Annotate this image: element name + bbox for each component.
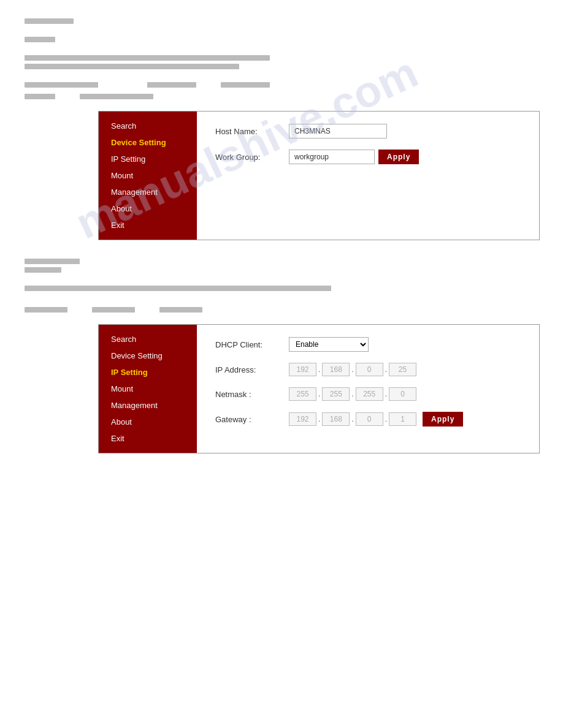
ip-address-fields: . . . [289, 363, 416, 376]
ip-octet-1[interactable] [289, 363, 316, 376]
text-line [159, 307, 202, 313]
gateway-apply-button[interactable]: Apply [423, 412, 463, 427]
dhcp-label: DHCP Client: [215, 340, 289, 349]
gateway-dot-1: . [318, 415, 320, 423]
text-line [92, 307, 135, 313]
netmask-label: Netmask : [215, 390, 289, 399]
netmask-octet-1[interactable] [289, 387, 316, 401]
panel2-content: DHCP Client: Enable Disable IP Address: … [197, 325, 539, 453]
ip-address-label: IP Address: [215, 365, 289, 374]
hostname-row: Host Name: [215, 124, 521, 138]
netmask-dot-3: . [385, 390, 387, 398]
text-line [25, 64, 239, 69]
sidebar-item-about[interactable]: About [99, 200, 197, 217]
sidebar-item-exit[interactable]: Exit [99, 217, 197, 233]
netmask-octet-4[interactable] [389, 387, 416, 401]
text-line [25, 259, 80, 264]
gateway-dot-3: . [385, 415, 387, 423]
netmask-fields: . . . [289, 387, 416, 401]
panel2-sidebar-item-mount[interactable]: Mount [99, 381, 197, 397]
gateway-fields: . . . [289, 412, 416, 426]
dhcp-row: DHCP Client: Enable Disable [215, 337, 521, 352]
text-line [25, 267, 61, 273]
page-content: Search Device Setting IP Setting Mount M… [0, 0, 563, 490]
workgroup-apply-button[interactable]: Apply [378, 150, 419, 164]
ip-setting-panel: Search Device Setting IP Setting Mount M… [98, 324, 540, 453]
panel2-sidebar: Search Device Setting IP Setting Mount M… [99, 325, 197, 453]
dhcp-select[interactable]: Enable Disable [289, 337, 369, 352]
ip-dot-1: . [318, 365, 320, 374]
gateway-octet-1[interactable] [289, 412, 316, 426]
gateway-octet-4[interactable] [389, 412, 416, 426]
sidebar-item-search[interactable]: Search [99, 118, 197, 134]
netmask-dot-1: . [318, 390, 320, 398]
sidebar-item-management[interactable]: Management [99, 184, 197, 200]
hostname-label: Host Name: [215, 127, 289, 136]
gateway-label: Gateway : [215, 415, 289, 424]
netmask-row: Netmask : . . . [215, 387, 521, 401]
ip-octet-2[interactable] [322, 363, 350, 376]
gateway-octet-2[interactable] [322, 412, 350, 426]
text-line [25, 55, 270, 61]
text-line [25, 37, 55, 42]
text-lines-group-1 [25, 18, 538, 102]
workgroup-row: Work Group: Apply [215, 150, 521, 164]
hostname-input[interactable] [289, 124, 387, 138]
netmask-dot-2: . [351, 390, 353, 398]
panel1-content: Host Name: Work Group: Apply [197, 112, 539, 240]
ip-octet-3[interactable] [356, 363, 383, 376]
text-line [147, 82, 196, 88]
text-line [25, 94, 55, 99]
sidebar-item-mount[interactable]: Mount [99, 167, 197, 184]
ip-octet-4[interactable] [389, 363, 416, 376]
text-line [80, 94, 153, 99]
netmask-octet-3[interactable] [356, 387, 383, 401]
text-lines-group-2 [25, 259, 538, 316]
gateway-dot-2: . [351, 415, 353, 423]
panel2-sidebar-item-exit[interactable]: Exit [99, 430, 197, 447]
text-line [25, 286, 331, 291]
workgroup-input[interactable] [289, 150, 375, 164]
panel2-sidebar-item-ip-setting[interactable]: IP Setting [99, 364, 197, 381]
ip-address-row: IP Address: . . . [215, 363, 521, 376]
ip-dot-2: . [351, 365, 353, 374]
text-line [221, 82, 270, 88]
panel2-sidebar-item-about[interactable]: About [99, 414, 197, 430]
gateway-row: Gateway : . . . Apply [215, 412, 521, 427]
panel2-sidebar-item-search[interactable]: Search [99, 331, 197, 347]
panel2-sidebar-item-device-setting[interactable]: Device Setting [99, 347, 197, 364]
gateway-octet-3[interactable] [356, 412, 383, 426]
netmask-octet-2[interactable] [322, 387, 350, 401]
panel1-sidebar: Search Device Setting IP Setting Mount M… [99, 112, 197, 240]
ip-dot-3: . [385, 365, 387, 374]
sidebar-item-device-setting[interactable]: Device Setting [99, 134, 197, 151]
sidebar-item-ip-setting[interactable]: IP Setting [99, 151, 197, 167]
panel2-sidebar-item-management[interactable]: Management [99, 397, 197, 414]
text-line [25, 82, 98, 88]
workgroup-label: Work Group: [215, 153, 289, 162]
text-line [25, 18, 74, 24]
text-line [25, 307, 67, 313]
device-setting-panel: Search Device Setting IP Setting Mount M… [98, 111, 540, 240]
